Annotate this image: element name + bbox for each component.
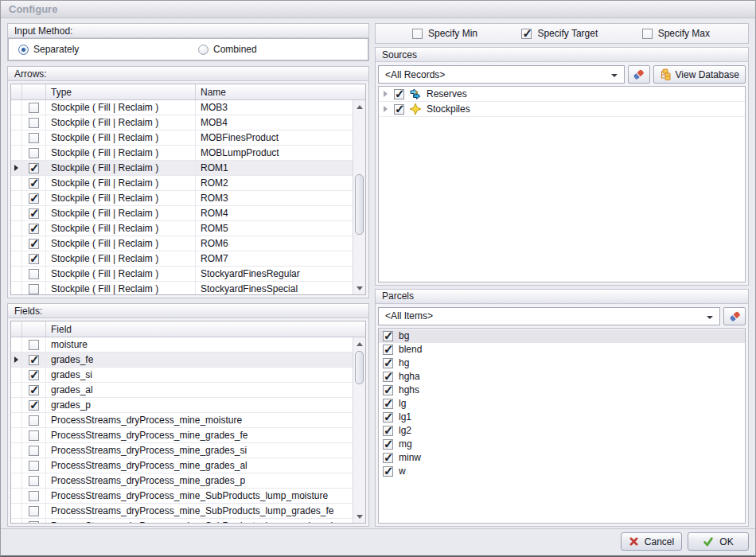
fields-table-row[interactable]: grades_si <box>11 368 353 383</box>
fields-table-row[interactable]: ProcessStreams_dryProcess_mine_grades_fe <box>11 428 353 443</box>
arrows-table-row[interactable]: Stockpile ( Fill | Reclaim ) ROM4 <box>11 206 353 221</box>
arrows-table-row[interactable]: Stockpile ( Fill | Reclaim ) ROM2 <box>11 176 353 191</box>
parcel-item[interactable]: mg <box>379 438 745 451</box>
arrows-name-header[interactable]: Name <box>196 84 365 99</box>
specify-target[interactable]: Specify Target <box>521 28 598 39</box>
parcel-item[interactable]: blend <box>379 343 745 356</box>
row-checkbox[interactable] <box>29 506 39 516</box>
row-checkbox[interactable] <box>29 163 39 173</box>
specify-target-checkbox[interactable] <box>521 29 532 39</box>
row-checkbox[interactable] <box>29 224 39 234</box>
parcel-item[interactable]: hgha <box>379 370 745 384</box>
row-checkbox[interactable] <box>29 254 39 264</box>
tree-node[interactable]: Reserves <box>379 87 745 102</box>
row-checkbox[interactable] <box>29 118 39 128</box>
row-checkbox[interactable] <box>29 415 39 426</box>
row-checkbox[interactable] <box>29 193 39 204</box>
row-checkbox[interactable] <box>29 521 39 524</box>
radio-separately-circle[interactable] <box>18 45 29 55</box>
row-checkbox[interactable] <box>29 446 39 456</box>
row-checkbox[interactable] <box>29 355 39 365</box>
fields-table-row[interactable]: grades_fe <box>11 353 353 368</box>
parcel-checkbox[interactable] <box>383 399 393 409</box>
parcel-checkbox[interactable] <box>383 385 393 395</box>
parcels-filter-combo[interactable]: <All Items> <box>378 307 720 325</box>
scrollbar-thumb[interactable] <box>355 351 364 384</box>
arrows-scrollbar[interactable] <box>353 100 365 294</box>
fields-table-row[interactable]: grades_p <box>11 398 353 413</box>
parcel-checkbox[interactable] <box>383 372 393 382</box>
parcel-checkbox[interactable] <box>383 466 393 477</box>
scroll-down-icon[interactable] <box>353 510 365 523</box>
sources-clear-filter-button[interactable] <box>628 65 650 84</box>
parcels-clear-filter-button[interactable] <box>723 307 746 325</box>
row-checkbox[interactable] <box>29 385 39 395</box>
specify-max-checkbox[interactable] <box>642 29 653 39</box>
row-checkbox[interactable] <box>29 239 39 249</box>
radio-combined-circle[interactable] <box>198 45 208 55</box>
fields-table-row[interactable]: ProcessStreams_dryProcess_mine_grades_si <box>11 443 353 458</box>
row-checkbox[interactable] <box>29 284 39 294</box>
parcel-checkbox[interactable] <box>383 345 393 355</box>
expand-arrow-icon[interactable] <box>384 91 388 97</box>
parcel-item[interactable]: lg <box>379 397 745 411</box>
parcel-checkbox[interactable] <box>383 426 393 436</box>
parcel-checkbox[interactable] <box>383 412 393 423</box>
arrows-type-header[interactable]: Type <box>46 84 196 99</box>
parcel-item[interactable]: hghs <box>379 384 745 397</box>
ok-button[interactable]: OK <box>688 532 749 551</box>
row-checkbox[interactable] <box>29 491 39 501</box>
expand-arrow-icon[interactable] <box>384 106 388 112</box>
row-checkbox[interactable] <box>29 269 39 279</box>
radio-separately[interactable]: Separately <box>18 44 198 55</box>
sources-filter-combo[interactable]: <All Records> <box>378 65 625 84</box>
parcel-item[interactable]: lg2 <box>379 424 745 438</box>
arrows-table-row[interactable]: Stockpile ( Fill | Reclaim ) StockyardFi… <box>11 267 353 282</box>
arrows-table-row[interactable]: Stockpile ( Fill | Reclaim ) ROM6 <box>11 236 353 251</box>
row-checkbox[interactable] <box>29 208 39 219</box>
arrows-table-row[interactable]: Stockpile ( Fill | Reclaim ) StockyardFi… <box>11 282 353 294</box>
scroll-up-icon[interactable] <box>353 100 365 113</box>
scroll-up-icon[interactable] <box>353 337 365 350</box>
specify-min[interactable]: Specify Min <box>412 28 477 39</box>
specify-min-checkbox[interactable] <box>412 29 423 39</box>
view-database-button[interactable]: View Database <box>653 65 746 84</box>
tree-node[interactable]: Stockpiles <box>379 102 745 117</box>
fields-table-row[interactable]: ProcessStreams_dryProcess_mine_SubProduc… <box>11 504 353 519</box>
row-checkbox[interactable] <box>29 340 39 350</box>
tree-node-checkbox[interactable] <box>394 104 404 115</box>
scrollbar-thumb[interactable] <box>355 174 364 235</box>
parcel-item[interactable]: hg <box>379 356 745 370</box>
row-checkbox[interactable] <box>29 461 39 471</box>
arrows-table-row[interactable]: Stockpile ( Fill | Reclaim ) MOB4 <box>11 115 353 130</box>
arrows-table-row[interactable]: Stockpile ( Fill | Reclaim ) MOBLumpProd… <box>11 146 353 161</box>
fields-table-row[interactable]: ProcessStreams_dryProcess_mine_SubProduc… <box>11 489 353 504</box>
fields-table-row[interactable]: ProcessStreams_dryProcess_mine_grades_al <box>11 458 353 473</box>
fields-scrollbar[interactable] <box>353 337 365 523</box>
row-checkbox[interactable] <box>29 400 39 411</box>
row-checkbox[interactable] <box>29 430 39 441</box>
specify-max[interactable]: Specify Max <box>642 28 710 39</box>
parcel-item[interactable]: minw <box>379 451 745 465</box>
fields-field-header[interactable]: Field <box>46 321 365 337</box>
parcel-checkbox[interactable] <box>383 439 393 450</box>
cancel-button[interactable]: Cancel <box>621 532 682 551</box>
parcel-item[interactable]: w <box>379 465 745 478</box>
fields-table-row[interactable]: ProcessStreams_dryProcess_mine_grades_p <box>11 473 353 489</box>
parcel-checkbox[interactable] <box>383 358 393 368</box>
arrows-table-row[interactable]: Stockpile ( Fill | Reclaim ) MOBFinesPro… <box>11 130 353 146</box>
parcel-checkbox[interactable] <box>383 453 393 463</box>
parcel-checkbox[interactable] <box>383 331 393 341</box>
parcel-item[interactable]: lg1 <box>379 411 745 424</box>
arrows-table-row[interactable]: Stockpile ( Fill | Reclaim ) MOB3 <box>11 100 353 115</box>
arrows-table-row[interactable]: Stockpile ( Fill | Reclaim ) ROM5 <box>11 221 353 236</box>
row-checkbox[interactable] <box>29 103 39 113</box>
row-checkbox[interactable] <box>29 133 39 143</box>
fields-table-row[interactable]: moisture <box>11 337 353 353</box>
row-checkbox[interactable] <box>29 476 39 486</box>
fields-table-row[interactable]: grades_al <box>11 383 353 398</box>
fields-table-row[interactable]: ProcessStreams_dryProcess_mine_SubProduc… <box>11 519 353 523</box>
scroll-down-icon[interactable] <box>353 282 365 294</box>
arrows-table-row[interactable]: Stockpile ( Fill | Reclaim ) ROM7 <box>11 251 353 267</box>
tree-node-checkbox[interactable] <box>394 89 404 99</box>
